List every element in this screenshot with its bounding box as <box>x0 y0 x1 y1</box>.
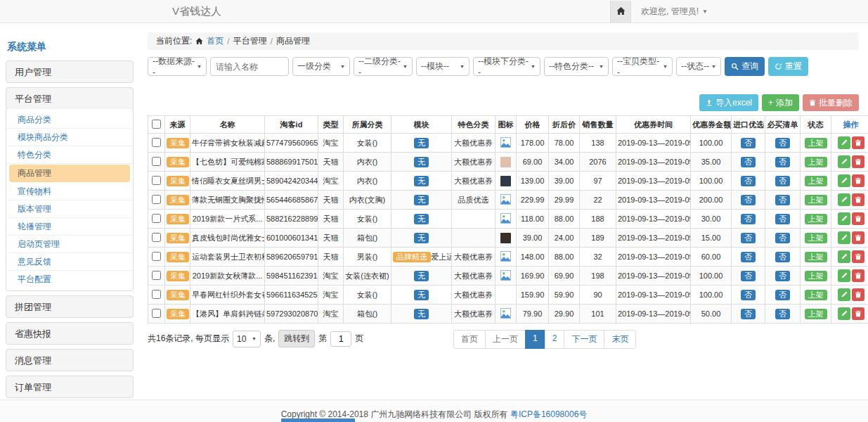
delete-button[interactable] <box>852 155 864 168</box>
search-button[interactable]: 查询 <box>725 57 765 76</box>
row-checkbox[interactable] <box>152 271 161 280</box>
user-menu[interactable]: 欢迎您, 管理员! ▼ <box>641 6 708 18</box>
edit-button[interactable] <box>838 231 850 244</box>
type-cell: 淘宝 <box>318 172 344 191</box>
sidebar-item[interactable]: 宣传物料 <box>6 183 133 200</box>
sidebar-group[interactable]: 用户管理 <box>6 60 134 83</box>
status-cell: 上架 <box>801 267 831 286</box>
sidebar-item[interactable]: 启动页管理 <box>6 236 133 253</box>
sidebar-item[interactable]: 特色分类 <box>6 146 133 164</box>
select-all-checkbox[interactable] <box>152 120 161 129</box>
row-checkbox[interactable] <box>152 309 161 318</box>
pager-button[interactable]: 下一页 <box>564 330 604 349</box>
row-checkbox[interactable] <box>152 138 161 147</box>
filter-select[interactable]: --二级分类--▼ <box>354 57 413 76</box>
delete-button[interactable] <box>852 212 864 225</box>
import-select-badge: 否 <box>741 138 756 148</box>
edit-button[interactable] <box>838 136 850 149</box>
sidebar-group[interactable]: 省惠快报 <box>6 322 134 345</box>
module-badge: 无 <box>414 233 429 243</box>
edit-button[interactable] <box>838 307 850 320</box>
edit-button[interactable] <box>838 174 850 187</box>
edit-button[interactable] <box>838 288 850 301</box>
source-cell: 采集 <box>165 134 190 153</box>
pager-button[interactable]: 2 <box>545 330 565 349</box>
row-select-cell <box>148 229 165 248</box>
row-checkbox[interactable] <box>152 195 161 204</box>
name-cell: 牛仔背带裤女秋装减龄... <box>190 134 265 153</box>
trash-icon <box>855 272 862 279</box>
sidebar-group[interactable]: 消息管理 <box>6 349 134 371</box>
page-number-input[interactable] <box>330 331 351 347</box>
add-button[interactable]: + 添加 <box>762 94 799 111</box>
edit-button[interactable] <box>838 212 850 225</box>
import-select-cell: 否 <box>732 305 765 324</box>
filter-select[interactable]: --宝贝类型--▼ <box>612 57 673 76</box>
sales-cell: 97 <box>580 172 616 191</box>
home-button[interactable] <box>610 1 631 23</box>
sidebar-item[interactable]: 商品管理 <box>9 165 130 182</box>
name-search-input[interactable] <box>210 57 289 76</box>
row-checkbox[interactable] <box>152 157 161 166</box>
source-badge: 采集 <box>167 195 189 205</box>
sidebar-group[interactable]: 订单管理 <box>6 376 134 398</box>
row-checkbox[interactable] <box>152 214 161 223</box>
sidebar-item[interactable]: 轮播管理 <box>6 218 133 236</box>
reset-button[interactable]: 重置 <box>768 57 808 76</box>
row-checkbox[interactable] <box>152 176 161 185</box>
pager-button[interactable]: 末页 <box>604 330 636 349</box>
status-badge: 上架 <box>805 233 827 243</box>
breadcrumb-home-link[interactable]: 首页 <box>207 35 224 47</box>
sidebar-item[interactable]: 商品分类 <box>6 111 133 129</box>
source-cell: 采集 <box>165 248 190 267</box>
edit-button[interactable] <box>838 250 850 263</box>
pager-button[interactable]: 上一页 <box>485 330 526 349</box>
row-checkbox[interactable] <box>152 252 161 261</box>
sidebar-item[interactable]: 版本管理 <box>6 200 133 218</box>
operations-cell <box>831 210 868 229</box>
sidebar-item[interactable]: 平台配置 <box>6 271 133 288</box>
filter-select[interactable]: --数据来源--▼ <box>148 57 207 76</box>
plus-icon: + <box>768 98 773 108</box>
must-buy-badge: 否 <box>775 138 790 148</box>
filter-select[interactable]: --特色分类--▼ <box>544 57 609 76</box>
sidebar-item[interactable]: 意见反馈 <box>6 253 133 271</box>
must-buy-badge: 否 <box>775 271 790 281</box>
delete-button[interactable] <box>852 269 864 282</box>
type-cell: 天猫 <box>318 248 344 267</box>
filter-select[interactable]: 一级分类▼ <box>292 57 350 76</box>
must-buy-badge: 否 <box>775 290 790 300</box>
icp-link[interactable]: 粤ICP备16098006号 <box>510 409 587 419</box>
discount-price-cell: 88.00 <box>549 210 580 229</box>
filter-select[interactable]: --状态--▼ <box>676 57 721 76</box>
sidebar-item[interactable]: 模块商品分类 <box>6 129 133 146</box>
jump-button[interactable]: 跳转到 <box>278 330 315 347</box>
delete-button[interactable] <box>852 288 864 301</box>
sidebar-group[interactable]: 平台管理 <box>6 87 134 110</box>
edit-button[interactable] <box>838 155 850 168</box>
delete-button[interactable] <box>852 231 864 244</box>
coupon-amount-cell: 100.00 <box>691 267 732 286</box>
row-checkbox[interactable] <box>152 233 161 242</box>
delete-button[interactable] <box>852 193 864 206</box>
import-excel-button[interactable]: 导入excel <box>699 94 758 111</box>
taoke-id-cell: 588216228899 <box>265 210 318 229</box>
type-cell: 天猫 <box>318 153 344 172</box>
status-cell: 上架 <box>801 153 831 172</box>
edit-button[interactable] <box>838 193 850 206</box>
delete-button[interactable] <box>852 307 864 320</box>
pager-button[interactable]: 1 <box>525 330 545 349</box>
row-checkbox[interactable] <box>152 290 161 299</box>
delete-button[interactable] <box>852 136 864 149</box>
sidebar-group[interactable]: 拼团管理 <box>6 295 134 318</box>
delete-button[interactable] <box>852 174 864 187</box>
sales-cell: 101 <box>580 305 616 324</box>
filter-select[interactable]: --模块下分类--▼ <box>473 57 540 76</box>
filter-select[interactable]: --模块--▼ <box>416 57 469 76</box>
pager-button[interactable]: 首页 <box>453 330 486 349</box>
type-cell: 淘宝 <box>318 286 344 305</box>
delete-button[interactable] <box>852 250 864 263</box>
per-page-select[interactable]: 10 ▼ <box>233 331 261 347</box>
edit-button[interactable] <box>838 269 850 282</box>
batch-delete-button[interactable]: 批量删除 <box>803 94 859 111</box>
